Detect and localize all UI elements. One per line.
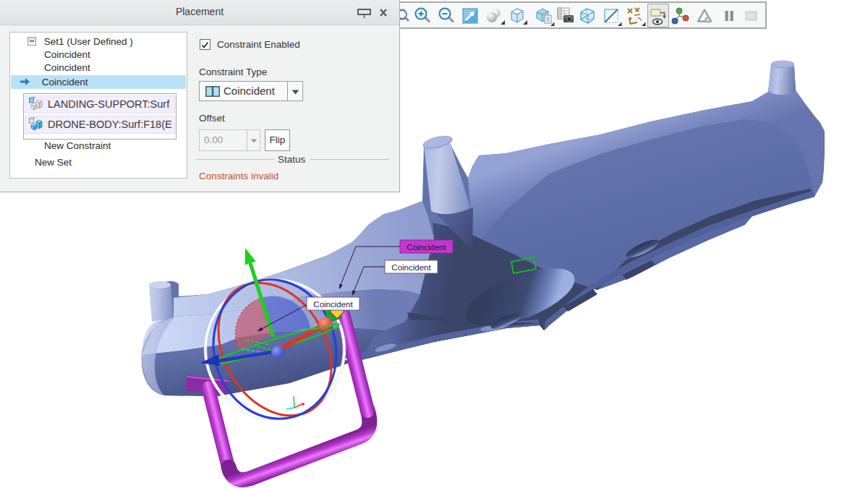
svg-text:Coincident: Coincident xyxy=(313,300,353,309)
svg-text:Coincident: Coincident xyxy=(407,243,446,252)
svg-text:Coincident: Coincident xyxy=(391,263,431,272)
